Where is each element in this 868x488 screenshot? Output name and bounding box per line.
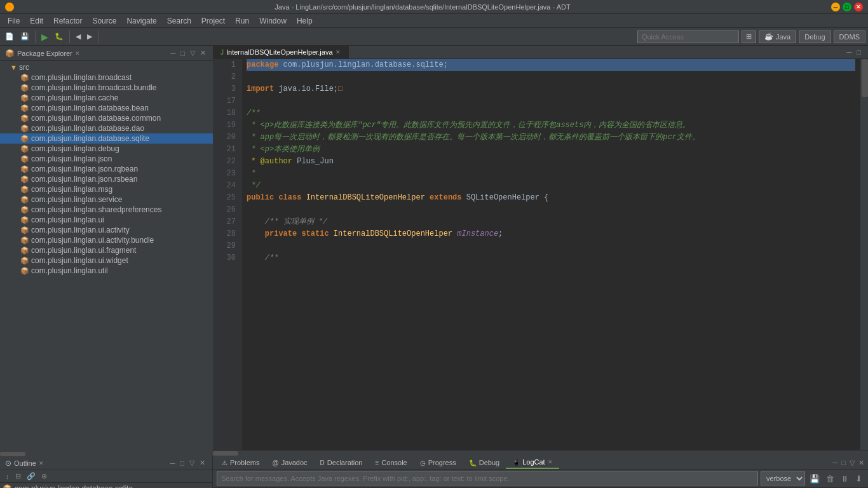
tree-pkg-15[interactable]: 📦 com.plusjun.linglan.ui.activity <box>0 225 213 235</box>
tab-close-btn[interactable]: ✕ <box>336 49 341 55</box>
title-bar: Java - LingLan/src/com/plusjun/linglan/d… <box>0 0 868 14</box>
toolbar-save[interactable]: 💾 <box>18 31 32 42</box>
editor-scrollbar-v[interactable] <box>860 59 868 450</box>
code-editor[interactable]: 1 2 3 17 18 19 20 21 22 23 24 25 26 27 2… <box>213 59 868 450</box>
panel-actions: ─ □ ▽ ✕ <box>169 48 208 58</box>
menu-project[interactable]: Project <box>196 15 230 27</box>
outline-item-package[interactable]: 📦 com.plusjun.linglan.database.sqlite <box>0 483 212 488</box>
src-folder-icon: ▼ <box>10 64 17 71</box>
outline-sort-btn[interactable]: ↕ <box>4 472 11 481</box>
toolbar-back[interactable]: ◀ <box>73 31 83 42</box>
editor-max-btn[interactable]: □ <box>855 48 863 57</box>
editor-min-btn[interactable]: ─ <box>845 48 854 57</box>
outline-max-btn[interactable]: □ <box>178 458 186 468</box>
pkg-icon-18: 📦 <box>20 257 29 265</box>
tree-pkg-18[interactable]: 📦 com.plusjun.linglan.ui.widget <box>0 255 213 266</box>
code-content[interactable]: package com.plusjun.linglan.database.sql… <box>241 59 860 450</box>
tab-javadoc[interactable]: @ Javadoc <box>266 457 313 468</box>
code-line-21: * <p>本类使用单例 <box>247 144 855 156</box>
maximize-button[interactable]: □ <box>843 3 851 11</box>
tree-pkg-13[interactable]: 📦 com.plusjun.linglan.sharedpreferences <box>0 205 213 215</box>
tab-console[interactable]: ≡ Console <box>369 457 413 468</box>
bottom-min-btn[interactable]: ─ <box>832 458 839 468</box>
tree-pkg-9[interactable]: 📦 com.plusjun.linglan.json.rqbean <box>0 164 213 174</box>
menu-help[interactable]: Help <box>292 15 318 27</box>
verbose-select[interactable]: verbose <box>761 471 805 485</box>
bottom-panel-controls: ─ □ ▽ ✕ <box>832 458 865 468</box>
tree-pkg-2[interactable]: 📦 com.plusjun.linglan.cache <box>0 93 213 103</box>
tree-pkg-8[interactable]: 📦 com.plusjun.linglan.json <box>0 154 213 164</box>
tab-debug[interactable]: 🐛 Debug <box>463 457 506 468</box>
tree-pkg-14[interactable]: 📦 com.plusjun.linglan.ui <box>0 215 213 225</box>
outline-link-btn[interactable]: 🔗 <box>25 471 37 481</box>
panel-close-btn[interactable]: ✕ <box>198 48 208 58</box>
tree-pkg-4[interactable]: 📦 com.plusjun.linglan.database.common <box>0 113 213 123</box>
java-perspective-button[interactable]: ☕ Java <box>759 30 796 43</box>
menu-run[interactable]: Run <box>230 15 254 27</box>
tree-pkg-17[interactable]: 📦 com.plusjun.linglan.ui.fragment <box>0 245 213 255</box>
logcat-pause-btn[interactable]: ⏸ <box>839 473 851 485</box>
outline-min-btn[interactable]: ─ <box>168 458 177 468</box>
panel-menu-btn[interactable]: ▽ <box>188 48 197 58</box>
tree-scrollbar-h[interactable] <box>0 451 213 456</box>
tree-pkg-16[interactable]: 📦 com.plusjun.linglan.ui.activity.bundle <box>0 235 213 245</box>
editor-panel-actions: ─ □ <box>845 48 868 57</box>
bottom-close-btn[interactable]: ✕ <box>857 458 865 468</box>
open-perspective-button[interactable]: ⊞ <box>742 30 756 43</box>
tree-pkg-7[interactable]: 📦 com.plusjun.linglan.debug <box>0 144 213 154</box>
tree-pkg-11[interactable]: 📦 com.plusjun.linglan.msg <box>0 184 213 194</box>
bottom-max-btn[interactable]: □ <box>840 458 847 468</box>
tree-pkg-5[interactable]: 📦 com.plusjun.linglan.database.dao <box>0 123 213 133</box>
tree-pkg-19[interactable]: 📦 com.plusjun.linglan.util <box>0 266 213 276</box>
tree-pkg-0[interactable]: 📦 com.plusjun.linglan.broadcast <box>0 72 213 83</box>
menu-edit[interactable]: Edit <box>25 15 48 27</box>
toolbar-forward[interactable]: ▶ <box>85 31 95 42</box>
close-button[interactable]: ✕ <box>854 3 863 11</box>
tree-pkg-3[interactable]: 📦 com.plusjun.linglan.database.bean <box>0 103 213 113</box>
minimize-button[interactable]: ─ <box>831 3 840 11</box>
debug-perspective-button[interactable]: Debug <box>799 30 831 43</box>
package-explorer-icon: 📦 <box>5 49 15 58</box>
ddms-perspective-button[interactable]: DDMS <box>834 30 865 43</box>
code-line-24: */ <box>247 180 855 192</box>
active-editor-tab[interactable]: J InternalDBSQLiteOpenHelper.java ✕ <box>213 46 349 58</box>
outline-menu-btn[interactable]: ▽ <box>187 458 196 468</box>
pkg-label-12: com.plusjun.linglan.service <box>31 195 122 204</box>
toolbar-debug-run[interactable]: 🐛 <box>52 31 66 42</box>
code-lines: 1 2 3 17 18 19 20 21 22 23 24 25 26 27 2… <box>213 59 868 450</box>
menu-window[interactable]: Window <box>254 15 292 27</box>
editor-panel: J InternalDBSQLiteOpenHelper.java ✕ ─ □ … <box>213 46 868 456</box>
tab-progress[interactable]: ◷ Progress <box>414 457 463 468</box>
menu-search[interactable]: Search <box>162 15 196 27</box>
outline-filter-btn[interactable]: ⊟ <box>13 471 23 481</box>
tree-pkg-1[interactable]: 📦 com.plusjun.linglan.broadcast.bundle <box>0 83 213 93</box>
logcat-scroll-btn[interactable]: ⬇ <box>853 473 864 485</box>
panel-minimize-btn[interactable]: ─ <box>169 48 178 58</box>
outline-collapse-btn[interactable]: ⊕ <box>39 471 49 481</box>
tab-logcat[interactable]: 📱 LogCat ✕ <box>506 456 559 469</box>
tree-pkg-10[interactable]: 📦 com.plusjun.linglan.json.rsbean <box>0 174 213 184</box>
menu-file[interactable]: File <box>3 15 25 27</box>
outline-close-btn[interactable]: ✕ <box>198 458 207 468</box>
title-controls[interactable]: ─ □ ✕ <box>831 3 863 11</box>
tree-root-src[interactable]: ▼ src <box>0 62 213 72</box>
problems-icon: ⚠ <box>222 459 227 466</box>
logcat-close[interactable]: ✕ <box>548 459 553 465</box>
toolbar-run[interactable]: ▶ <box>39 30 51 43</box>
logcat-search-input[interactable] <box>217 471 758 485</box>
menu-source[interactable]: Source <box>87 15 121 27</box>
tab-declaration[interactable]: D Declaration <box>314 457 369 468</box>
editor-scrollbar-h[interactable] <box>213 450 868 456</box>
menu-navigate[interactable]: Navigate <box>121 15 161 27</box>
tree-pkg-6[interactable]: 📦 com.plusjun.linglan.database.sqlite <box>0 133 213 144</box>
toolbar-new[interactable]: 📄 <box>3 31 17 42</box>
pkg-label-7: com.plusjun.linglan.debug <box>31 144 119 153</box>
logcat-save-btn[interactable]: 💾 <box>808 473 822 485</box>
quick-access-input[interactable] <box>637 30 739 43</box>
panel-maximize-btn[interactable]: □ <box>179 48 187 58</box>
bottom-menu-btn[interactable]: ▽ <box>848 458 856 468</box>
tab-problems[interactable]: ⚠ Problems <box>215 457 266 468</box>
tree-pkg-12[interactable]: 📦 com.plusjun.linglan.service <box>0 194 213 205</box>
menu-refactor[interactable]: Refactor <box>48 15 87 27</box>
logcat-clear-btn[interactable]: 🗑 <box>824 473 836 485</box>
